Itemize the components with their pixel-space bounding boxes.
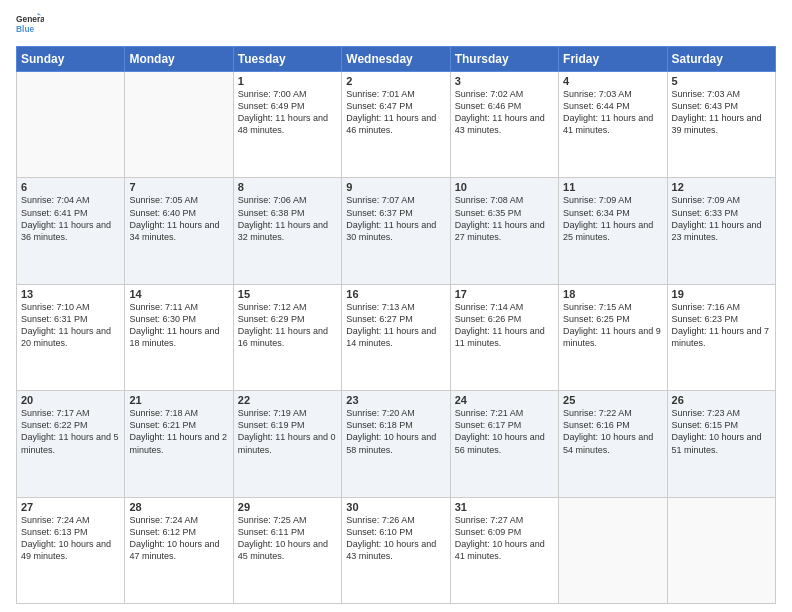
calendar-cell: 13Sunrise: 7:10 AM Sunset: 6:31 PM Dayli… <box>17 284 125 390</box>
day-info: Sunrise: 7:10 AM Sunset: 6:31 PM Dayligh… <box>21 301 120 350</box>
day-number: 18 <box>563 288 662 300</box>
day-number: 26 <box>672 394 771 406</box>
weekday-header-saturday: Saturday <box>667 47 775 72</box>
calendar-cell: 14Sunrise: 7:11 AM Sunset: 6:30 PM Dayli… <box>125 284 233 390</box>
calendar-cell: 28Sunrise: 7:24 AM Sunset: 6:12 PM Dayli… <box>125 497 233 603</box>
day-info: Sunrise: 7:06 AM Sunset: 6:38 PM Dayligh… <box>238 194 337 243</box>
day-info: Sunrise: 7:00 AM Sunset: 6:49 PM Dayligh… <box>238 88 337 137</box>
calendar-cell: 22Sunrise: 7:19 AM Sunset: 6:19 PM Dayli… <box>233 391 341 497</box>
day-info: Sunrise: 7:03 AM Sunset: 6:43 PM Dayligh… <box>672 88 771 137</box>
calendar-cell: 12Sunrise: 7:09 AM Sunset: 6:33 PM Dayli… <box>667 178 775 284</box>
day-info: Sunrise: 7:03 AM Sunset: 6:44 PM Dayligh… <box>563 88 662 137</box>
calendar-cell: 25Sunrise: 7:22 AM Sunset: 6:16 PM Dayli… <box>559 391 667 497</box>
calendar-cell: 15Sunrise: 7:12 AM Sunset: 6:29 PM Dayli… <box>233 284 341 390</box>
week-row-3: 13Sunrise: 7:10 AM Sunset: 6:31 PM Dayli… <box>17 284 776 390</box>
day-number: 21 <box>129 394 228 406</box>
calendar-cell <box>17 72 125 178</box>
day-number: 13 <box>21 288 120 300</box>
svg-text:General: General <box>16 14 44 24</box>
week-row-1: 1Sunrise: 7:00 AM Sunset: 6:49 PM Daylig… <box>17 72 776 178</box>
calendar-cell: 30Sunrise: 7:26 AM Sunset: 6:10 PM Dayli… <box>342 497 450 603</box>
calendar-cell: 10Sunrise: 7:08 AM Sunset: 6:35 PM Dayli… <box>450 178 558 284</box>
day-info: Sunrise: 7:18 AM Sunset: 6:21 PM Dayligh… <box>129 407 228 456</box>
day-number: 12 <box>672 181 771 193</box>
day-number: 11 <box>563 181 662 193</box>
calendar-cell: 21Sunrise: 7:18 AM Sunset: 6:21 PM Dayli… <box>125 391 233 497</box>
day-info: Sunrise: 7:14 AM Sunset: 6:26 PM Dayligh… <box>455 301 554 350</box>
day-info: Sunrise: 7:05 AM Sunset: 6:40 PM Dayligh… <box>129 194 228 243</box>
day-info: Sunrise: 7:09 AM Sunset: 6:34 PM Dayligh… <box>563 194 662 243</box>
day-info: Sunrise: 7:24 AM Sunset: 6:12 PM Dayligh… <box>129 514 228 563</box>
calendar-cell <box>559 497 667 603</box>
calendar-cell: 18Sunrise: 7:15 AM Sunset: 6:25 PM Dayli… <box>559 284 667 390</box>
weekday-header-wednesday: Wednesday <box>342 47 450 72</box>
calendar-cell: 16Sunrise: 7:13 AM Sunset: 6:27 PM Dayli… <box>342 284 450 390</box>
day-number: 22 <box>238 394 337 406</box>
day-number: 27 <box>21 501 120 513</box>
calendar-cell: 19Sunrise: 7:16 AM Sunset: 6:23 PM Dayli… <box>667 284 775 390</box>
weekday-header-friday: Friday <box>559 47 667 72</box>
day-info: Sunrise: 7:15 AM Sunset: 6:25 PM Dayligh… <box>563 301 662 350</box>
calendar-cell: 3Sunrise: 7:02 AM Sunset: 6:46 PM Daylig… <box>450 72 558 178</box>
week-row-5: 27Sunrise: 7:24 AM Sunset: 6:13 PM Dayli… <box>17 497 776 603</box>
day-info: Sunrise: 7:25 AM Sunset: 6:11 PM Dayligh… <box>238 514 337 563</box>
day-number: 14 <box>129 288 228 300</box>
day-number: 24 <box>455 394 554 406</box>
calendar-cell: 23Sunrise: 7:20 AM Sunset: 6:18 PM Dayli… <box>342 391 450 497</box>
logo: General Blue <box>16 12 44 40</box>
day-info: Sunrise: 7:07 AM Sunset: 6:37 PM Dayligh… <box>346 194 445 243</box>
calendar: SundayMondayTuesdayWednesdayThursdayFrid… <box>16 46 776 604</box>
calendar-cell: 31Sunrise: 7:27 AM Sunset: 6:09 PM Dayli… <box>450 497 558 603</box>
calendar-cell: 6Sunrise: 7:04 AM Sunset: 6:41 PM Daylig… <box>17 178 125 284</box>
day-number: 6 <box>21 181 120 193</box>
day-info: Sunrise: 7:08 AM Sunset: 6:35 PM Dayligh… <box>455 194 554 243</box>
day-number: 1 <box>238 75 337 87</box>
day-number: 10 <box>455 181 554 193</box>
day-info: Sunrise: 7:19 AM Sunset: 6:19 PM Dayligh… <box>238 407 337 456</box>
day-number: 4 <box>563 75 662 87</box>
weekday-header-sunday: Sunday <box>17 47 125 72</box>
day-info: Sunrise: 7:12 AM Sunset: 6:29 PM Dayligh… <box>238 301 337 350</box>
day-number: 8 <box>238 181 337 193</box>
day-info: Sunrise: 7:24 AM Sunset: 6:13 PM Dayligh… <box>21 514 120 563</box>
day-info: Sunrise: 7:22 AM Sunset: 6:16 PM Dayligh… <box>563 407 662 456</box>
day-info: Sunrise: 7:27 AM Sunset: 6:09 PM Dayligh… <box>455 514 554 563</box>
day-info: Sunrise: 7:17 AM Sunset: 6:22 PM Dayligh… <box>21 407 120 456</box>
day-number: 9 <box>346 181 445 193</box>
weekday-header-row: SundayMondayTuesdayWednesdayThursdayFrid… <box>17 47 776 72</box>
day-number: 29 <box>238 501 337 513</box>
day-number: 23 <box>346 394 445 406</box>
calendar-cell: 11Sunrise: 7:09 AM Sunset: 6:34 PM Dayli… <box>559 178 667 284</box>
day-number: 15 <box>238 288 337 300</box>
day-info: Sunrise: 7:02 AM Sunset: 6:46 PM Dayligh… <box>455 88 554 137</box>
calendar-cell <box>667 497 775 603</box>
day-number: 31 <box>455 501 554 513</box>
day-number: 7 <box>129 181 228 193</box>
calendar-cell: 9Sunrise: 7:07 AM Sunset: 6:37 PM Daylig… <box>342 178 450 284</box>
weekday-header-tuesday: Tuesday <box>233 47 341 72</box>
svg-text:Blue: Blue <box>16 24 34 34</box>
day-info: Sunrise: 7:01 AM Sunset: 6:47 PM Dayligh… <box>346 88 445 137</box>
calendar-cell: 1Sunrise: 7:00 AM Sunset: 6:49 PM Daylig… <box>233 72 341 178</box>
week-row-2: 6Sunrise: 7:04 AM Sunset: 6:41 PM Daylig… <box>17 178 776 284</box>
calendar-cell: 20Sunrise: 7:17 AM Sunset: 6:22 PM Dayli… <box>17 391 125 497</box>
day-number: 16 <box>346 288 445 300</box>
day-info: Sunrise: 7:11 AM Sunset: 6:30 PM Dayligh… <box>129 301 228 350</box>
day-number: 17 <box>455 288 554 300</box>
day-number: 25 <box>563 394 662 406</box>
day-info: Sunrise: 7:26 AM Sunset: 6:10 PM Dayligh… <box>346 514 445 563</box>
day-number: 20 <box>21 394 120 406</box>
calendar-cell: 17Sunrise: 7:14 AM Sunset: 6:26 PM Dayli… <box>450 284 558 390</box>
day-number: 28 <box>129 501 228 513</box>
day-number: 3 <box>455 75 554 87</box>
day-info: Sunrise: 7:20 AM Sunset: 6:18 PM Dayligh… <box>346 407 445 456</box>
weekday-header-monday: Monday <box>125 47 233 72</box>
weekday-header-thursday: Thursday <box>450 47 558 72</box>
day-info: Sunrise: 7:21 AM Sunset: 6:17 PM Dayligh… <box>455 407 554 456</box>
calendar-cell: 7Sunrise: 7:05 AM Sunset: 6:40 PM Daylig… <box>125 178 233 284</box>
day-info: Sunrise: 7:16 AM Sunset: 6:23 PM Dayligh… <box>672 301 771 350</box>
day-info: Sunrise: 7:04 AM Sunset: 6:41 PM Dayligh… <box>21 194 120 243</box>
day-number: 2 <box>346 75 445 87</box>
header: General Blue <box>16 12 776 40</box>
calendar-cell: 5Sunrise: 7:03 AM Sunset: 6:43 PM Daylig… <box>667 72 775 178</box>
